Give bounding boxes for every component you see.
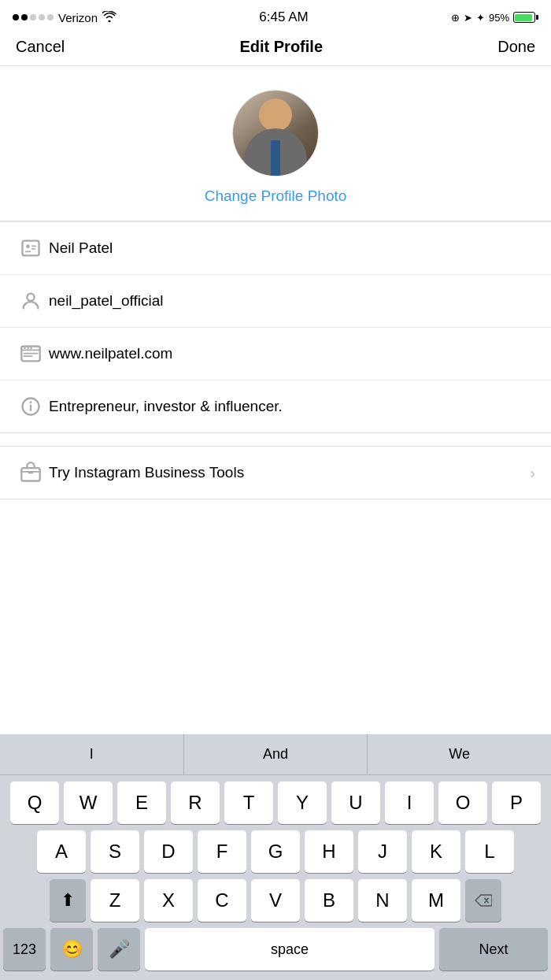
page-title: Edit Profile (239, 38, 323, 56)
name-field-value[interactable]: Neil Patel (46, 239, 535, 257)
status-left: Verizon (13, 11, 116, 24)
key-row-1: Q W E R T Y U I O P (3, 781, 548, 824)
signal-strength (13, 14, 54, 20)
predictive-item-0[interactable]: I (0, 734, 184, 774)
status-right: ⊕ ➤ ✦ 95% (451, 12, 538, 24)
svg-rect-0 (23, 241, 39, 256)
avatar-tie (271, 140, 280, 176)
key-d[interactable]: D (144, 830, 193, 873)
website-icon (16, 339, 46, 369)
website-row: www.neilpatel.com (0, 328, 551, 380)
signal-dot-1 (13, 14, 19, 20)
svg-point-1 (26, 244, 30, 248)
key-x[interactable]: X (144, 879, 193, 922)
key-c[interactable]: C (198, 879, 246, 922)
predictive-item-1[interactable]: And (184, 734, 368, 774)
key-b[interactable]: B (305, 879, 353, 922)
key-f[interactable]: F (198, 830, 246, 873)
svg-rect-4 (25, 251, 31, 253)
username-field-value[interactable]: neil_patel_official (46, 292, 535, 310)
business-tools-label: Try Instagram Business Tools (46, 464, 530, 481)
key-rows: Q W E R T Y U I O P A S D F G H J K L ⬆ … (0, 775, 551, 980)
status-time: 6:45 AM (259, 9, 308, 25)
svg-rect-3 (31, 248, 35, 250)
signal-dot-4 (39, 14, 45, 20)
key-h[interactable]: H (305, 830, 353, 873)
key-s[interactable]: S (91, 830, 139, 873)
navigation-icon: ➤ (464, 12, 472, 24)
key-w[interactable]: W (64, 781, 113, 824)
bluetooth-icon: ✦ (476, 12, 485, 24)
key-e[interactable]: E (117, 781, 166, 824)
key-z[interactable]: Z (91, 879, 139, 922)
signal-dot-3 (30, 14, 36, 20)
key-u[interactable]: U (331, 781, 380, 824)
svg-point-5 (27, 294, 34, 301)
shift-key[interactable]: ⬆ (50, 879, 86, 922)
predictive-item-2[interactable]: We (368, 734, 551, 774)
svg-point-9 (27, 347, 28, 349)
username-row: neil_patel_official (0, 275, 551, 328)
key-l[interactable]: L (465, 830, 514, 873)
profile-photo-section: Change Profile Photo (0, 66, 551, 221)
website-field-value[interactable]: www.neilpatel.com (46, 345, 535, 362)
svg-point-8 (24, 347, 25, 349)
business-tools-icon (16, 458, 46, 488)
carrier-label: Verizon (58, 11, 98, 24)
space-key[interactable]: space (145, 928, 435, 971)
signal-dot-2 (21, 14, 28, 20)
key-n[interactable]: N (358, 879, 407, 922)
predictive-bar: I And We (0, 734, 551, 775)
key-q[interactable]: Q (10, 781, 59, 824)
number-key[interactable]: 123 (3, 928, 46, 971)
location-icon: ⊕ (451, 12, 460, 24)
key-k[interactable]: K (412, 830, 460, 873)
delete-key[interactable] (465, 879, 501, 922)
keyboard: I And We Q W E R T Y U I O P A S D F G H… (0, 734, 551, 980)
nav-bar: Cancel Edit Profile Done (0, 32, 551, 66)
business-tools-section: Try Instagram Business Tools › (0, 446, 551, 499)
key-i[interactable]: I (385, 781, 434, 824)
key-r[interactable]: R (171, 781, 220, 824)
svg-rect-14 (30, 405, 31, 411)
key-a[interactable]: A (37, 830, 86, 873)
key-p[interactable]: P (492, 781, 541, 824)
key-row-2: A S D F G H J K L (3, 830, 548, 873)
svg-rect-2 (31, 246, 36, 247)
wifi-icon (102, 11, 116, 24)
key-y[interactable]: Y (278, 781, 327, 824)
key-j[interactable]: J (358, 830, 407, 873)
svg-point-10 (30, 347, 31, 349)
avatar-image (233, 91, 318, 176)
key-row-4: 123 😊 🎤 space Next (3, 928, 548, 971)
avatar[interactable] (232, 90, 319, 176)
svg-rect-16 (21, 468, 39, 481)
battery-percent: 95% (489, 12, 509, 24)
name-icon (16, 233, 46, 263)
key-t[interactable]: T (224, 781, 273, 824)
bio-row: Entrepreneur, investor & influencer. (0, 380, 551, 432)
profile-form: Neil Patel neil_patel_official www.neilp… (0, 221, 551, 433)
bio-field-value[interactable]: Entrepreneur, investor & influencer. (46, 398, 535, 415)
done-button[interactable]: Done (497, 38, 535, 56)
cancel-button[interactable]: Cancel (16, 38, 65, 56)
change-photo-button[interactable]: Change Profile Photo (205, 187, 347, 205)
next-key[interactable]: Next (439, 928, 548, 971)
chevron-right-icon: › (530, 464, 535, 482)
username-icon (16, 286, 46, 316)
key-g[interactable]: G (251, 830, 300, 873)
battery-indicator (513, 12, 538, 23)
svg-rect-12 (24, 355, 33, 357)
key-v[interactable]: V (251, 879, 300, 922)
microphone-key[interactable]: 🎤 (98, 928, 140, 971)
status-bar: Verizon 6:45 AM ⊕ ➤ ✦ 95% (0, 0, 551, 32)
bio-icon (16, 392, 46, 421)
emoji-key[interactable]: 😊 (50, 928, 93, 971)
key-m[interactable]: M (412, 879, 460, 922)
avatar-face (259, 98, 292, 132)
svg-point-15 (30, 401, 32, 403)
business-tools-row[interactable]: Try Instagram Business Tools › (0, 447, 551, 499)
key-o[interactable]: O (438, 781, 487, 824)
name-row: Neil Patel (0, 222, 551, 275)
key-row-3: ⬆ Z X C V B N M (3, 879, 548, 922)
